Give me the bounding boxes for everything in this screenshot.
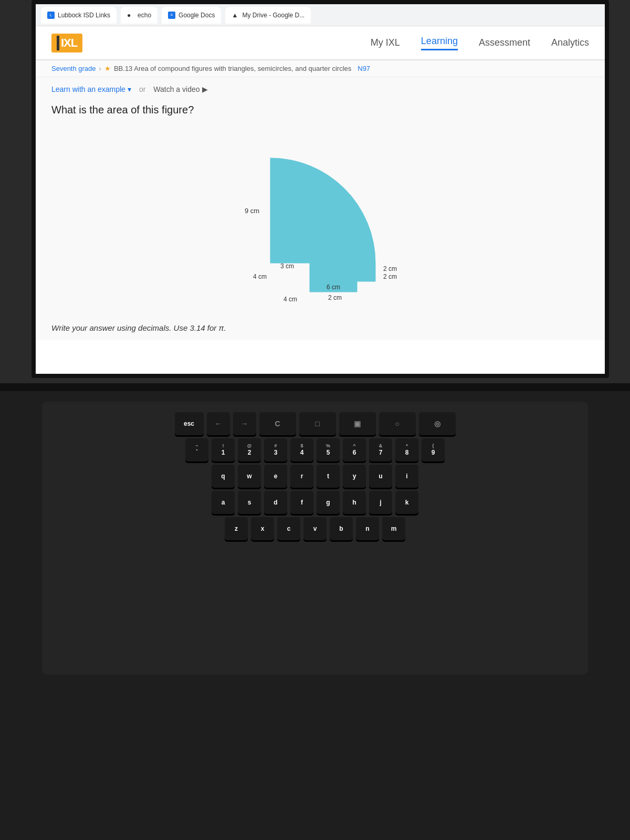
nav-myixl[interactable]: My IXL: [371, 37, 400, 48]
dim-2cm-bottom: 2 cm: [328, 294, 342, 301]
key-refresh[interactable]: C: [259, 412, 296, 435]
key-tilde[interactable]: ~`: [185, 438, 208, 461]
key-g[interactable]: g: [317, 491, 340, 514]
tab-mydrive[interactable]: ▲ My Drive - Google D...: [225, 7, 311, 24]
key-n[interactable]: n: [356, 517, 379, 540]
key-c-label: c: [287, 525, 291, 532]
keyboard-row-fn: esc ← → C □ ▣ ○ ◎: [50, 412, 580, 435]
key-b[interactable]: b: [330, 517, 353, 540]
key-2[interactable]: @2: [238, 438, 261, 461]
key-esc[interactable]: esc: [175, 412, 204, 435]
drive-icon: ▲: [232, 12, 239, 19]
key-3-lower: 3: [274, 449, 278, 456]
key-z-label: z: [235, 525, 238, 532]
tab-googledocs-label: Google Docs: [178, 12, 215, 19]
key-x[interactable]: x: [251, 517, 274, 540]
key-k[interactable]: k: [395, 491, 418, 514]
key-1[interactable]: !1: [212, 438, 235, 461]
nav-analytics[interactable]: Analytics: [551, 37, 589, 48]
keyboard-row-asdf: a s d f g h j k: [50, 491, 580, 514]
dim-3cm: 3 cm: [280, 262, 294, 270]
key-window[interactable]: □: [299, 412, 336, 435]
nav-learning[interactable]: Learning: [421, 36, 458, 50]
ixl-app: IXL My IXL Learning Assessment Analytics…: [36, 26, 605, 378]
key-bright-up[interactable]: ◎: [419, 412, 456, 435]
key-back[interactable]: ←: [207, 412, 230, 435]
key-g-label: g: [326, 499, 330, 506]
key-u[interactable]: u: [369, 465, 392, 488]
key-y-label: y: [353, 472, 356, 480]
key-e[interactable]: e: [264, 465, 287, 488]
key-9-lower: 9: [432, 449, 435, 456]
key-c[interactable]: c: [277, 517, 300, 540]
keyboard-surface: esc ← → C □ ▣ ○ ◎ ~` !1 @2 #3 $4 %5 ^6 &…: [42, 402, 588, 675]
key-3[interactable]: #3: [264, 438, 287, 461]
example-link[interactable]: Learn with an example ▾: [51, 85, 131, 93]
key-9-upper: (: [433, 443, 434, 449]
breadcrumb: Seventh grade › ★ BB.13 Area of compound…: [36, 60, 605, 77]
key-6-lower: 6: [353, 449, 356, 456]
echo-icon: ●: [127, 12, 134, 19]
watch-video-link[interactable]: Watch a video ▶: [153, 85, 207, 93]
key-1-upper: !: [223, 443, 224, 449]
play-icon: ▶: [202, 85, 208, 93]
key-6[interactable]: ^6: [343, 438, 366, 461]
tab-googledocs[interactable]: ≡ Google Docs: [162, 7, 221, 24]
key-fwd[interactable]: →: [233, 412, 256, 435]
key-s[interactable]: s: [238, 491, 261, 514]
breadcrumb-problem: BB.13 Area of compound figures with tria…: [114, 65, 351, 72]
key-n-label: n: [365, 525, 369, 532]
breadcrumb-grade[interactable]: Seventh grade: [51, 65, 96, 72]
key-q[interactable]: q: [212, 465, 235, 488]
key-d[interactable]: d: [264, 491, 287, 514]
key-v[interactable]: v: [303, 517, 327, 540]
tab-lubbock[interactable]: L Lubbock ISD Links: [41, 7, 117, 24]
keyboard-row-qwerty: q w e r t y u i: [50, 465, 580, 488]
breadcrumb-star: ★: [104, 65, 111, 72]
nav-assessment[interactable]: Assessment: [479, 37, 530, 48]
key-8[interactable]: *8: [395, 438, 418, 461]
chevron-down-icon: ▾: [128, 85, 131, 93]
key-5[interactable]: %5: [317, 438, 340, 461]
key-w[interactable]: w: [238, 465, 261, 488]
keyboard-row-numbers: ~` !1 @2 #3 $4 %5 ^6 &7 *8 (9: [50, 438, 580, 461]
key-7-lower: 7: [379, 449, 383, 456]
key-2-lower: 2: [248, 449, 251, 456]
key-a[interactable]: a: [212, 491, 235, 514]
key-m-label: m: [391, 525, 397, 532]
key-d-label: d: [274, 499, 277, 506]
question-title: What is the area of this figure?: [51, 104, 589, 116]
key-h[interactable]: h: [343, 491, 366, 514]
keyboard-area: esc ← → C □ ▣ ○ ◎ ~` !1 @2 #3 $4 %5 ^6 &…: [0, 383, 630, 840]
key-7[interactable]: &7: [369, 438, 392, 461]
key-fullscreen[interactable]: ▣: [339, 412, 376, 435]
key-7-upper: &: [379, 443, 383, 449]
key-q-label: q: [221, 472, 225, 480]
key-z[interactable]: z: [225, 517, 248, 540]
key-bright-down-label: ○: [395, 419, 399, 428]
key-j[interactable]: j: [369, 491, 392, 514]
key-4-upper: $: [300, 443, 303, 449]
key-4[interactable]: $4: [290, 438, 313, 461]
key-m[interactable]: m: [382, 517, 405, 540]
lubbock-icon: L: [47, 12, 55, 19]
logo-text: IXL: [61, 36, 77, 50]
key-i[interactable]: i: [395, 465, 418, 488]
key-8-upper: *: [406, 443, 408, 449]
key-e-label: e: [274, 472, 278, 480]
tab-mydrive-label: My Drive - Google D...: [242, 12, 304, 19]
key-y[interactable]: y: [343, 465, 366, 488]
key-s-label: s: [248, 499, 251, 506]
key-bright-down[interactable]: ○: [379, 412, 416, 435]
key-f[interactable]: f: [290, 491, 313, 514]
key-t[interactable]: t: [317, 465, 340, 488]
dim-2cm-2: 2 cm: [383, 273, 397, 280]
key-9[interactable]: (9: [422, 438, 445, 461]
ixl-logo: IXL: [51, 34, 82, 52]
key-refresh-label: C: [275, 419, 280, 428]
key-6-upper: ^: [353, 443, 355, 449]
tab-echo[interactable]: ● echo: [121, 7, 158, 24]
ixl-header: IXL My IXL Learning Assessment Analytics: [36, 26, 605, 60]
key-r[interactable]: r: [290, 465, 313, 488]
key-h-label: h: [352, 499, 356, 506]
